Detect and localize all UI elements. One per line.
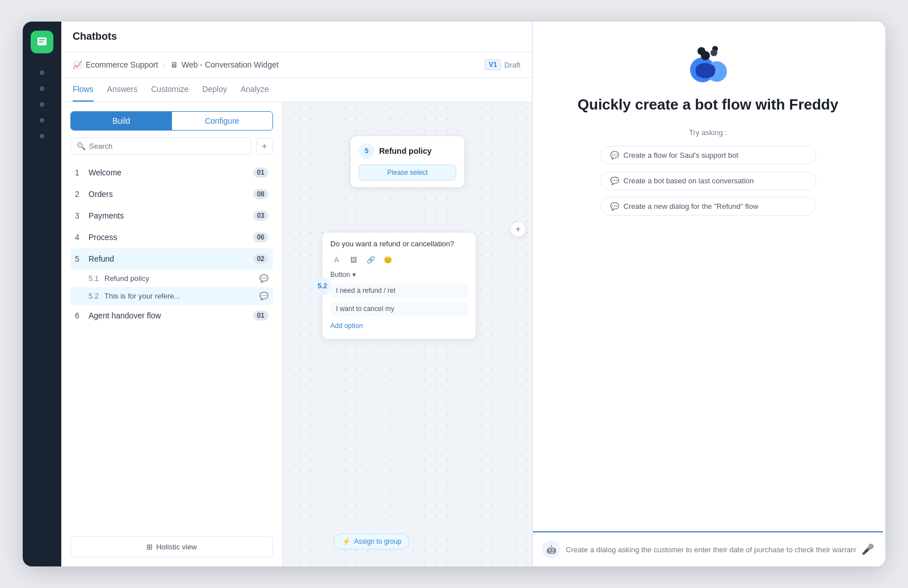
tabs-bar: Flows Answers Customize Deploy Analyze bbox=[61, 78, 532, 102]
flow-item-process[interactable]: 4 Process 06 bbox=[70, 226, 273, 248]
chip-label-1: Create a flow for Saul's support bot bbox=[624, 151, 739, 159]
node-message-52: 5.2 Do you want a refund or cancellation… bbox=[322, 233, 476, 339]
image-icon[interactable]: 🖼 bbox=[347, 254, 360, 266]
panel-header: Chatbots × bbox=[61, 22, 532, 52]
flow-number-4: 4 bbox=[75, 233, 84, 242]
chip-icon-1: 💬 bbox=[610, 151, 619, 159]
breadcrumb: 📈 Ecommerce Support › 🖥 Web - Conversati… bbox=[61, 52, 532, 78]
tab-flows[interactable]: Flows bbox=[73, 78, 94, 102]
assign-label: Assign to group bbox=[354, 537, 401, 545]
chat-icon-51: 💬 bbox=[259, 274, 268, 283]
suggestion-chips: 💬 Create a flow for Saul's support bot 💬… bbox=[556, 146, 860, 216]
flow-sidebar: Build Configure 🔍 + 1 Welcome 01 bbox=[61, 102, 283, 566]
toolbar-row: A 🖼 🔗 😊 bbox=[330, 254, 468, 266]
flow-count-4: 06 bbox=[253, 232, 268, 242]
flow-name-6: Agent handover flow bbox=[89, 311, 253, 320]
mic-button[interactable]: 🎤 bbox=[861, 543, 874, 556]
canvas-area: 5 Refund policy Please select + 5.2 Do y… bbox=[283, 102, 532, 566]
nav-dot-4 bbox=[40, 118, 44, 123]
main-panel: Chatbots × 📈 Ecommerce Support › 🖥 Web -… bbox=[61, 22, 532, 566]
flow-item-refund[interactable]: 5 Refund 02 bbox=[70, 248, 273, 270]
flow-item-agent[interactable]: 6 Agent handover flow 01 bbox=[70, 305, 273, 326]
tab-customize[interactable]: Customize bbox=[151, 78, 188, 102]
link-icon[interactable]: 🔗 bbox=[364, 254, 377, 266]
ai-panel: Quickly create a bot flow with Freddy Tr… bbox=[532, 22, 883, 566]
holistic-label: Holistic view bbox=[156, 543, 197, 551]
search-input[interactable] bbox=[89, 142, 245, 150]
flow-name-2: Orders bbox=[89, 190, 253, 199]
holistic-view-button[interactable]: ⊞ Holistic view bbox=[70, 536, 273, 557]
flow-item-welcome[interactable]: 1 Welcome 01 bbox=[70, 162, 273, 183]
chip-icon-2: 💬 bbox=[610, 177, 619, 185]
ai-panel-content: Quickly create a bot flow with Freddy Tr… bbox=[533, 22, 883, 531]
canvas-add-button[interactable]: + bbox=[510, 221, 526, 237]
node-title-5: Refund policy bbox=[379, 146, 432, 156]
draft-label: Draft bbox=[505, 61, 520, 69]
breadcrumb-item-2: 🖥 Web - Conversation Widget bbox=[170, 60, 279, 69]
add-option-button[interactable]: Add option bbox=[330, 320, 468, 332]
nav-dot-2 bbox=[40, 86, 44, 91]
tab-answers[interactable]: Answers bbox=[107, 78, 138, 102]
ai-input-bar: 🤖 🎤 bbox=[533, 531, 883, 566]
assign-group-button[interactable]: ⚡ Assign to group bbox=[334, 534, 410, 549]
node-badge-52: 5.2 bbox=[313, 277, 331, 295]
tab-analyze[interactable]: Analyze bbox=[241, 78, 269, 102]
sub-name-51: Refund policy bbox=[104, 274, 259, 283]
flow-number-6: 6 bbox=[75, 311, 84, 320]
svg-point-4 bbox=[701, 51, 710, 60]
option-item-2[interactable]: I want to cancel my bbox=[330, 301, 468, 316]
breadcrumb-icon-1: 📈 bbox=[73, 60, 82, 69]
ai-title: Quickly create a bot flow with Freddy bbox=[578, 95, 838, 115]
emoji-icon[interactable]: 😊 bbox=[381, 254, 394, 266]
chat-icon-52: 💬 bbox=[259, 292, 268, 300]
flow-count-1: 01 bbox=[253, 167, 268, 178]
build-configure-toggle: Build Configure bbox=[70, 111, 273, 131]
sub-number-51: 5.1 bbox=[89, 274, 104, 283]
ai-text-input[interactable] bbox=[566, 545, 856, 554]
sub-flow-item-51[interactable]: 5.1 Refund policy 💬 bbox=[70, 270, 273, 287]
flow-number-2: 2 bbox=[75, 190, 84, 199]
chip-label-2: Create a bot based on last conversation bbox=[624, 177, 754, 185]
button-type-selector[interactable]: Button ▾ bbox=[330, 271, 468, 279]
node-header-5: 5 Refund policy bbox=[359, 143, 456, 159]
chatbots-title: Chatbots bbox=[73, 31, 117, 43]
node-badge-5: 5 bbox=[359, 143, 375, 159]
sidebar-nav bbox=[23, 22, 61, 566]
configure-button[interactable]: Configure bbox=[172, 112, 273, 130]
button-type-label: Button bbox=[330, 271, 350, 279]
search-box: 🔍 bbox=[70, 137, 251, 155]
search-row: 🔍 + bbox=[70, 137, 273, 155]
flow-name-1: Welcome bbox=[89, 168, 253, 177]
suggestion-chip-2[interactable]: 💬 Create a bot based on last conversatio… bbox=[600, 171, 816, 190]
nav-dot-5 bbox=[40, 134, 44, 138]
breadcrumb-icon-2: 🖥 bbox=[170, 60, 178, 69]
node-refund-policy: 5 Refund policy Please select bbox=[351, 136, 464, 187]
add-flow-button[interactable]: + bbox=[256, 138, 273, 155]
flow-count-6: 01 bbox=[253, 310, 268, 321]
sub-flow-item-52[interactable]: 5.2 This is for your refere... 💬 bbox=[70, 287, 273, 305]
tab-deploy[interactable]: Deploy bbox=[202, 78, 227, 102]
flow-item-orders[interactable]: 2 Orders 08 bbox=[70, 183, 273, 205]
flow-count-2: 08 bbox=[253, 189, 268, 199]
build-button[interactable]: Build bbox=[71, 112, 172, 130]
text-format-icon[interactable]: A bbox=[330, 254, 343, 266]
flow-list: 1 Welcome 01 2 Orders 08 3 Payments 03 bbox=[70, 162, 273, 530]
flow-item-payments[interactable]: 3 Payments 03 bbox=[70, 205, 273, 226]
node-message-inner: Do you want a refund or cancellation? A … bbox=[322, 233, 476, 339]
version-badge: V1 bbox=[485, 59, 501, 70]
suggestion-chip-3[interactable]: 💬 Create a new dialog for the "Refund" f… bbox=[600, 197, 816, 216]
breadcrumb-label-2: Web - Conversation Widget bbox=[182, 60, 279, 69]
option-item-1[interactable]: I need a refund / ret bbox=[330, 283, 468, 298]
flow-name-5: Refund bbox=[89, 254, 253, 263]
ai-avatar: 🤖 bbox=[542, 540, 560, 558]
node-select-button[interactable]: Please select bbox=[359, 165, 456, 180]
flow-count-5: 02 bbox=[253, 254, 268, 264]
sub-number-52: 5.2 bbox=[89, 292, 104, 300]
svg-point-5 bbox=[711, 49, 717, 56]
suggestion-chip-1[interactable]: 💬 Create a flow for Saul's support bot bbox=[600, 146, 816, 165]
flow-number-5: 5 bbox=[75, 254, 84, 263]
breadcrumb-item-1: 📈 Ecommerce Support bbox=[73, 60, 158, 69]
nav-dot-1 bbox=[40, 70, 44, 75]
holistic-icon: ⊞ bbox=[146, 543, 153, 551]
chevron-down-icon: ▾ bbox=[352, 271, 356, 279]
